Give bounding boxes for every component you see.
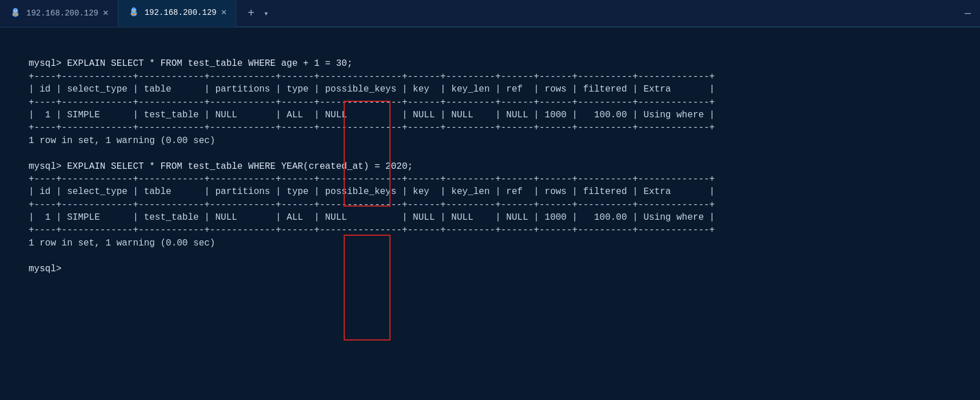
separator-line-1: +----+-------------+------------+-------… <box>29 72 715 82</box>
tab-2[interactable]: 192.168.200.129 ✕ <box>118 0 237 27</box>
svg-point-15 <box>133 11 135 13</box>
tab-bar: 192.168.200.129 ✕ 192.168.200.129 ✕ + ▾ … <box>0 0 980 27</box>
svg-point-6 <box>14 11 17 13</box>
svg-point-5 <box>17 10 17 11</box>
tab-2-label: 192.168.200.129 <box>145 8 217 17</box>
tab-1[interactable]: 192.168.200.129 ✕ <box>0 0 118 27</box>
header-line-1: | id | select_type | table | partitions … <box>29 84 715 94</box>
minimize-button[interactable]: — <box>965 7 971 19</box>
data-row-1: | 1 | SIMPLE | test_table | NULL | ALL |… <box>29 110 715 120</box>
tab-dropdown-button[interactable]: ▾ <box>264 9 268 18</box>
svg-point-14 <box>134 10 135 10</box>
separator-line-4: +----+-------------+------------+-------… <box>29 174 715 184</box>
final-prompt: mysql> <box>29 264 62 274</box>
terminal-content[interactable]: mysql> EXPLAIN SELECT * FROM test_table … <box>0 27 980 400</box>
result-line-2: 1 row in set, 1 warning (0.00 sec) <box>29 238 215 248</box>
tab-actions: + ▾ <box>236 5 275 22</box>
svg-point-4 <box>14 10 15 11</box>
data-row-2: | 1 | SIMPLE | test_table | NULL | ALL |… <box>29 212 715 223</box>
tux-icon-1 <box>9 7 22 19</box>
separator-line-2: +----+-------------+------------+-------… <box>29 97 715 108</box>
tux-icon-2 <box>128 6 140 19</box>
result-line-1: 1 row in set, 1 warning (0.00 sec) <box>29 136 215 146</box>
command-line-1: mysql> EXPLAIN SELECT * FROM test_table … <box>29 58 353 69</box>
tab-1-close[interactable]: ✕ <box>103 9 109 18</box>
window-controls: — <box>965 7 980 19</box>
separator-line-5: +----+-------------+------------+-------… <box>29 200 715 210</box>
tab-1-label: 192.168.200.129 <box>26 9 98 18</box>
command-line-2: mysql> EXPLAIN SELECT * FROM test_table … <box>29 161 413 172</box>
header-line-2: | id | select_type | table | partitions … <box>29 187 715 197</box>
svg-point-13 <box>133 10 133 10</box>
tab-2-close[interactable]: ✕ <box>221 8 227 17</box>
separator-line-3: +----+-------------+------------+-------… <box>29 122 715 133</box>
separator-line-6: +----+-------------+------------+-------… <box>29 225 715 235</box>
terminal-wrapper: mysql> EXPLAIN SELECT * FROM test_table … <box>0 27 980 400</box>
new-tab-button[interactable]: + <box>243 5 259 22</box>
